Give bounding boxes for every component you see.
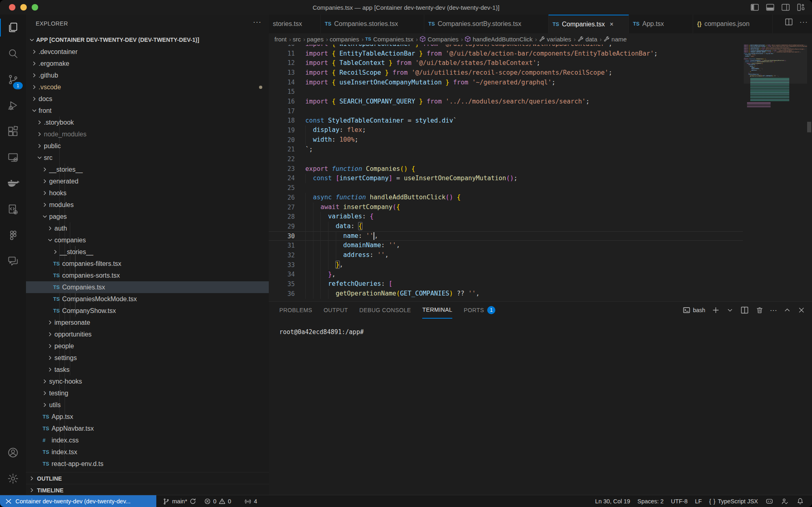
breadcrumb-item-variables[interactable]: variables› — [539, 36, 576, 43]
activity-codegen-icon[interactable] — [0, 196, 26, 222]
status-indent[interactable]: Spaces: 2 — [634, 495, 667, 507]
tree-folder-.github[interactable]: .github — [26, 69, 269, 81]
panel-tab-ports[interactable]: PORTS1 — [464, 302, 495, 319]
tree-folder---stories--[interactable]: __stories__ — [26, 164, 269, 175]
tree-folder-testing[interactable]: testing — [26, 387, 269, 399]
tree-folder-generated[interactable]: generated — [26, 175, 269, 187]
timeline-section[interactable]: TIMELINE — [26, 484, 269, 495]
feedback-icon[interactable] — [777, 495, 793, 507]
activity-run-debug-icon[interactable] — [0, 93, 26, 119]
outline-section[interactable]: OUTLINE — [26, 472, 269, 484]
tab-companies.json[interactable]: {}companies.json — [693, 15, 773, 33]
branch-status[interactable]: main* — [159, 495, 200, 507]
toggle-panel-icon[interactable] — [765, 2, 775, 13]
tree-folder-companies[interactable]: companies — [26, 234, 269, 246]
breadcrumb-item-name[interactable]: name — [603, 36, 627, 43]
tree-file-companies-filters.tsx[interactable]: TScompanies-filters.tsx — [26, 258, 269, 270]
panel-tab-problems[interactable]: PROBLEMS — [279, 302, 312, 319]
new-terminal-icon[interactable] — [711, 306, 720, 315]
tree-folder-modules[interactable]: modules — [26, 199, 269, 211]
panel-tab-output[interactable]: OUTPUT — [324, 302, 348, 319]
status-encoding[interactable]: UTF-8 — [667, 495, 691, 507]
tree-folder-opportunities[interactable]: opportunities — [26, 328, 269, 340]
tab-companies.tsx[interactable]: TSCompanies.tsx× — [549, 15, 629, 33]
tree-file-companies.tsx[interactable]: TSCompanies.tsx — [26, 281, 269, 293]
tree-file-appnavbar.tsx[interactable]: TSAppNavbar.tsx — [26, 423, 269, 434]
status-eol[interactable]: LF — [691, 495, 706, 507]
activity-settings-icon[interactable] — [0, 466, 26, 492]
problems-status[interactable]: 0 0 — [200, 495, 235, 507]
activity-search-icon[interactable] — [0, 41, 26, 67]
tree-folder-docs[interactable]: docs — [26, 93, 269, 105]
tree-file-react-app-env.d.ts[interactable]: TSreact-app-env.d.ts — [26, 458, 269, 470]
tab-companies.sortby.stories.tsx[interactable]: TSCompanies.sortBy.stories.tsx — [424, 15, 549, 33]
toggle-secondary-sidebar-icon[interactable] — [780, 2, 791, 13]
breadcrumb-item-companies[interactable]: Companies› — [419, 36, 463, 43]
copilot-icon[interactable] — [762, 495, 777, 507]
activity-explorer-icon[interactable] — [0, 15, 26, 41]
tree-file-companiesmockmode.tsx[interactable]: TSCompaniesMockMode.tsx — [26, 293, 269, 305]
tree-folder-front[interactable]: front — [26, 105, 269, 117]
tree-folder-node-modules[interactable]: node_modules — [26, 128, 269, 140]
tree-folder-auth[interactable]: auth — [26, 222, 269, 234]
panel-tab-terminal[interactable]: TERMINAL — [422, 302, 452, 319]
tree-folder-hooks[interactable]: hooks — [26, 187, 269, 199]
editor-scrollbar[interactable] — [807, 122, 811, 132]
activity-docker-icon[interactable] — [0, 170, 26, 196]
status-line-col[interactable]: Ln 30, Col 19 — [592, 495, 634, 507]
tree-file-companyshow.tsx[interactable]: TSCompanyShow.tsx — [26, 305, 269, 317]
breadcrumb-item-companies.tsx[interactable]: TSCompanies.tsx› — [365, 36, 418, 43]
activity-remote-explorer-icon[interactable] — [0, 145, 26, 170]
toggle-primary-sidebar-icon[interactable] — [749, 2, 760, 13]
tree-folder-pages[interactable]: pages — [26, 211, 269, 222]
panel-tab-debug-console[interactable]: DEBUG CONSOLE — [359, 302, 411, 319]
breadcrumb-item-data[interactable]: data› — [577, 36, 602, 43]
tree-folder-sync-hooks[interactable]: sync-hooks — [26, 375, 269, 387]
remote-indicator[interactable]: Container dev-twenty-dev (dev-twenty-dev… — [0, 495, 156, 507]
tree-folder-utils[interactable]: utils — [26, 399, 269, 411]
shell-selector[interactable]: bash — [682, 306, 705, 314]
breadcrumb-item-companies[interactable]: companies› — [330, 36, 364, 43]
tree-file-index.tsx[interactable]: TSindex.tsx — [26, 446, 269, 458]
status-language[interactable]: { }TypeScript JSX — [706, 495, 762, 507]
tree-folder-.vscode[interactable]: .vscode — [26, 81, 269, 93]
close-tab-icon[interactable]: × — [610, 21, 613, 28]
tab-app.tsx[interactable]: TSApp.tsx — [629, 15, 693, 33]
tree-folder---stories--[interactable]: __stories__ — [26, 246, 269, 258]
tab-stories.tsx[interactable]: stories.tsx — [269, 15, 321, 33]
customize-layout-icon[interactable] — [796, 2, 806, 13]
breadcrumb-item-src[interactable]: src› — [293, 36, 305, 43]
breadcrumb-item-handleaddbuttonclick[interactable]: handleAddButtonClick› — [464, 36, 537, 43]
tab-companies.stories.tsx[interactable]: TSCompanies.stories.tsx — [321, 15, 424, 33]
explorer-more-actions-button[interactable]: ··· — [253, 18, 261, 26]
launch-profile-icon[interactable] — [726, 306, 734, 314]
tree-folder-src[interactable]: src — [26, 152, 269, 164]
tree-folder-tasks[interactable]: tasks — [26, 364, 269, 375]
tree-folder-.devcontainer[interactable]: .devcontainer — [26, 46, 269, 58]
editor-more-actions-icon[interactable]: ··· — [799, 18, 808, 26]
maximize-panel-icon[interactable] — [783, 306, 791, 314]
activity-accounts-icon[interactable] — [0, 440, 26, 466]
panel-more-actions-icon[interactable]: ··· — [770, 306, 777, 315]
tree-folder-people[interactable]: people — [26, 340, 269, 352]
close-panel-icon[interactable] — [797, 306, 806, 314]
split-editor-icon[interactable] — [784, 17, 794, 27]
tree-file-app.tsx[interactable]: TSApp.tsx — [26, 411, 269, 423]
tree-file-index.css[interactable]: #index.css — [26, 434, 269, 446]
split-terminal-icon[interactable] — [740, 305, 749, 315]
tree-folder-.ergomake[interactable]: .ergomake — [26, 58, 269, 69]
code-editor[interactable]: 10import { WithTopBarContainer } from '@… — [269, 45, 743, 301]
terminal-prompt[interactable]: root@0a42ecd84891:/app# — [279, 328, 364, 336]
tree-folder-public[interactable]: public — [26, 140, 269, 152]
breadcrumb-item-pages[interactable]: pages› — [307, 36, 328, 43]
activity-source-control-icon[interactable]: 1 — [0, 67, 26, 93]
notifications-bell-icon[interactable] — [793, 495, 808, 507]
activity-comments-icon[interactable] — [0, 248, 26, 274]
tree-folder-impersonate[interactable]: impersonate — [26, 317, 269, 328]
tree-folder-.storybook[interactable]: .storybook — [26, 117, 269, 128]
breadcrumb-item-front[interactable]: front› — [274, 36, 291, 43]
kill-terminal-icon[interactable] — [756, 306, 764, 314]
minimap[interactable]: import { WithTopBarContainer } from '@/u… — [744, 45, 807, 301]
activity-extensions-icon[interactable] — [0, 119, 26, 145]
tree-file-companies-sorts.tsx[interactable]: TScompanies-sorts.tsx — [26, 270, 269, 281]
